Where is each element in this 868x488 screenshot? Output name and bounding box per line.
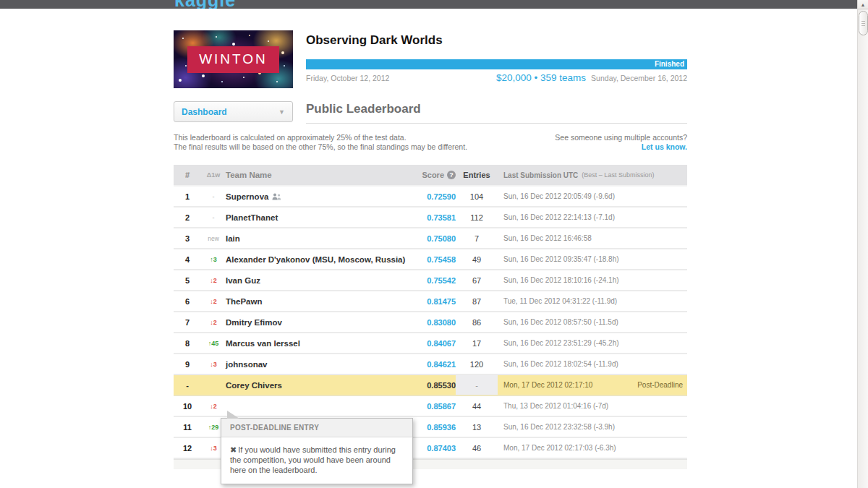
score-cell: 0.75458 bbox=[407, 255, 456, 264]
score-cell: 0.85936 bbox=[407, 423, 456, 432]
note-line-1: This leaderboard is calculated on approx… bbox=[174, 133, 467, 142]
entries-cell: 7 bbox=[456, 228, 498, 248]
team-name-cell: johnsonav bbox=[226, 360, 407, 369]
rank-cell: 4 bbox=[174, 255, 201, 264]
entries-cell: 86 bbox=[456, 312, 498, 332]
score-cell: 0.73581 bbox=[407, 213, 456, 222]
team-column-header: Team Name bbox=[226, 171, 407, 179]
last-submission-cell: Mon, 17 Dec 2012 02:17:03 (-6.3h) bbox=[498, 438, 687, 458]
score-cell: 0.85530 bbox=[407, 381, 456, 390]
delta-1w-cell: ↑3 bbox=[201, 256, 226, 263]
last-submission-cell: Sun, 16 Dec 2012 08:57:50 (-11.5d) bbox=[498, 312, 687, 332]
team-name: PlanetThanet bbox=[226, 213, 278, 222]
star-dots bbox=[174, 30, 175, 32]
leaderboard-row[interactable]: 4↑3Alexander D'yakonov (MSU, Moscow, Rus… bbox=[174, 249, 687, 270]
team-members-icon bbox=[272, 193, 281, 200]
leaderboard-row[interactable]: -Corey Chivers0.85530-Mon, 17 Dec 2012 0… bbox=[174, 375, 687, 396]
competition-banner-image: WINTON bbox=[174, 30, 293, 88]
last-submission-cell: Sun, 16 Dec 2012 23:32:58 (-3.9h) bbox=[498, 417, 687, 437]
entries-cell: 44 bbox=[456, 396, 498, 416]
status-badge: Finished bbox=[655, 59, 684, 69]
rank-cell: 11 bbox=[174, 423, 201, 432]
rank-cell: - bbox=[174, 381, 201, 390]
score-cell: 0.84621 bbox=[407, 360, 456, 369]
last-submission-text: Sun, 16 Dec 2012 23:51:29 (-45.2h) bbox=[503, 339, 619, 347]
leaderboard-row[interactable]: 6↓2ThePawn0.8147587Tue, 11 Dec 2012 04:3… bbox=[174, 291, 687, 312]
delta-1w-cell: ↓2 bbox=[201, 403, 226, 410]
entries-cell: 87 bbox=[456, 291, 498, 311]
last-submission-header-label: Last Submission UTC bbox=[503, 171, 578, 179]
delta-1w-cell: ↓2 bbox=[201, 277, 226, 284]
end-date: Sunday, December 16, 2012 bbox=[591, 74, 687, 82]
controls-row: Dashboard ▼ Public Leaderboard bbox=[174, 101, 687, 133]
score-cell: 0.85867 bbox=[407, 402, 456, 411]
rank-cell: 2 bbox=[174, 213, 201, 222]
rank-cell: 1 bbox=[174, 192, 201, 201]
score-header-label: Score bbox=[422, 171, 444, 179]
leaderboard-row[interactable]: 9↓3johnsonav0.84621120Sun, 16 Dec 2012 1… bbox=[174, 354, 687, 375]
entries-cell: 104 bbox=[456, 187, 498, 206]
delta-1w-cell: ↓3 bbox=[201, 361, 226, 368]
competition-title: Observing Dark Worlds bbox=[306, 33, 687, 48]
last-submission-cell: Sun, 16 Dec 2012 16:46:58 bbox=[498, 228, 687, 248]
last-submission-cell: Sun, 16 Dec 2012 09:35:47 (-18.8h) bbox=[498, 249, 687, 269]
prize-teams-link[interactable]: $20,000 • 359 teams bbox=[496, 72, 586, 83]
rank-cell: 6 bbox=[174, 297, 201, 306]
last-submission-header-note: (Best – Last Submission) bbox=[582, 171, 654, 179]
scrollbar-thumb[interactable] bbox=[859, 11, 868, 35]
leaderboard-row[interactable]: 10↓20.8586744Thu, 13 Dec 2012 01:04:16 (… bbox=[174, 396, 687, 417]
main-content: WINTON Observing Dark Worlds Finished Fr… bbox=[174, 30, 687, 469]
team-name-cell: Ivan Guz bbox=[226, 276, 407, 285]
team-name: Iain bbox=[226, 234, 240, 243]
rank-cell: 3 bbox=[174, 234, 201, 243]
last-submission-cell: Sun, 16 Dec 2012 18:02:54 (-11.9d) bbox=[498, 354, 687, 374]
leaderboard-row[interactable]: 2-PlanetThanet0.73581112Sun, 16 Dec 2012… bbox=[174, 207, 687, 228]
score-cell: 0.75542 bbox=[407, 276, 456, 285]
last-submission-cell: Tue, 11 Dec 2012 04:31:22 (-11.9d) bbox=[498, 291, 687, 311]
last-submission-text: Sun, 16 Dec 2012 18:10:16 (-24.1h) bbox=[503, 276, 619, 284]
last-submission-text: Tue, 11 Dec 2012 04:31:22 (-11.9d) bbox=[503, 297, 617, 305]
leaderboard-notes: This leaderboard is calculated on approx… bbox=[174, 133, 687, 165]
team-name: johnsonav bbox=[226, 360, 268, 369]
delta-1w-cell: - bbox=[201, 193, 226, 200]
scrollbar[interactable]: ▲ bbox=[857, 0, 868, 488]
team-name: ThePawn bbox=[226, 297, 262, 306]
entries-cell: 49 bbox=[456, 249, 498, 269]
last-submission-cell: Sun, 16 Dec 2012 18:10:16 (-24.1h) bbox=[498, 270, 687, 290]
tooltip-title: POST-DEADLINE ENTRY bbox=[221, 419, 412, 437]
last-submission-cell: Sun, 16 Dec 2012 23:51:29 (-45.2h) bbox=[498, 333, 687, 353]
kaggle-logo[interactable]: kaggle bbox=[174, 0, 236, 9]
table-header-row: # Δ1w Team Name Score ? Entries Last Sub… bbox=[174, 165, 687, 187]
competition-progress-bar: Finished bbox=[306, 59, 687, 69]
team-name-cell: Iain bbox=[226, 234, 407, 243]
delta-1w-cell: ↑45 bbox=[201, 340, 226, 347]
leaderboard-row[interactable]: 8↑45Marcus van Ierssel0.8406717Sun, 16 D… bbox=[174, 333, 687, 354]
score-column-header: Score ? bbox=[407, 171, 456, 179]
last-submission-text: Sun, 16 Dec 2012 16:46:58 bbox=[503, 234, 592, 242]
last-submission-text: Mon, 17 Dec 2012 02:17:10 bbox=[503, 381, 592, 389]
let-us-know-link[interactable]: Let us know. bbox=[642, 142, 687, 151]
score-cell: 0.83080 bbox=[407, 318, 456, 327]
score-cell: 0.81475 bbox=[407, 297, 456, 306]
leaderboard-row[interactable]: 3newIain0.750807Sun, 16 Dec 2012 16:46:5… bbox=[174, 228, 687, 249]
rank-cell: 8 bbox=[174, 339, 201, 348]
competition-header: WINTON Observing Dark Worlds Finished Fr… bbox=[174, 30, 687, 101]
chevron-down-icon: ▼ bbox=[278, 108, 285, 116]
tooltip-body: ✖If you would have submitted this entry … bbox=[221, 437, 412, 484]
rank-cell: 9 bbox=[174, 360, 201, 369]
x-icon: ✖ bbox=[230, 445, 237, 454]
team-name: Dmitry Efimov bbox=[226, 318, 282, 327]
winton-logo: WINTON bbox=[187, 46, 279, 73]
entries-cell: 112 bbox=[456, 207, 498, 227]
leaderboard-row[interactable]: 7↓2Dmitry Efimov0.8308086Sun, 16 Dec 201… bbox=[174, 312, 687, 333]
team-name: Alexander D'yakonov (MSU, Moscow, Russia… bbox=[226, 255, 405, 264]
help-icon[interactable]: ? bbox=[447, 171, 456, 179]
dashboard-dropdown[interactable]: Dashboard ▼ bbox=[174, 101, 293, 122]
leaderboard-row[interactable]: 5↓2Ivan Guz0.7554267Sun, 16 Dec 2012 18:… bbox=[174, 270, 687, 291]
team-name: Marcus van Ierssel bbox=[226, 339, 300, 348]
leaderboard-row[interactable]: 1-Supernova0.72590104Sun, 16 Dec 2012 20… bbox=[174, 187, 687, 207]
tooltip-text: If you would have submitted this entry d… bbox=[230, 445, 396, 474]
scrollbar-up-arrow-icon[interactable]: ▲ bbox=[858, 0, 868, 9]
last-submission-text: Mon, 17 Dec 2012 02:17:03 (-6.3h) bbox=[503, 444, 616, 452]
tooltip-arrow-icon bbox=[227, 411, 239, 419]
